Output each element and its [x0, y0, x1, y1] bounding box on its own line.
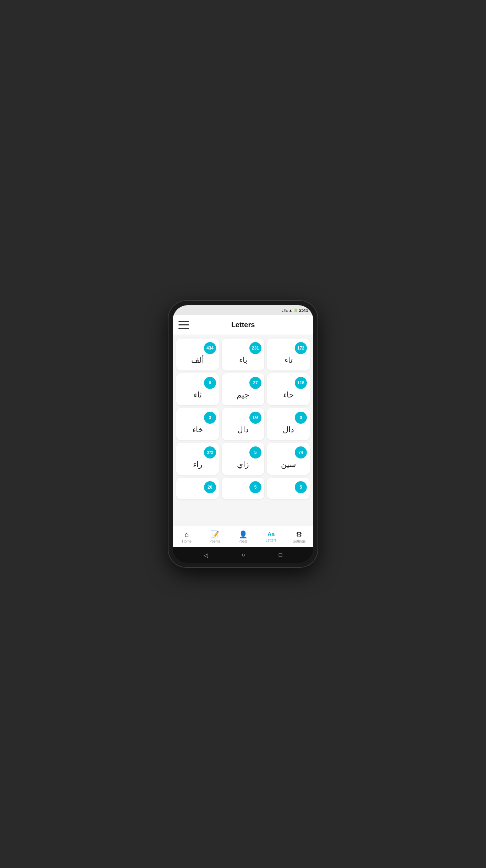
nav-label-poets: Poets: [238, 539, 248, 543]
app-screen: Letters 434 ألف 231 باء 172: [173, 315, 313, 547]
arabic-zay: زاي: [237, 460, 249, 469]
nav-label-settings: Settings: [293, 539, 305, 543]
letter-card-dal[interactable]: 186 دال: [222, 408, 264, 440]
letter-card-p2[interactable]: 5: [222, 478, 264, 499]
letter-card-kha[interactable]: 3 خاء: [176, 408, 219, 440]
letter-card-p3[interactable]: 5: [267, 478, 310, 499]
badge-zay: 5: [249, 446, 261, 458]
nav-item-home[interactable]: ⌂ Home: [173, 531, 201, 543]
badge-ta: 172: [295, 342, 307, 354]
arabic-tha: ثاء: [194, 390, 202, 400]
nav-label-home: Home: [182, 539, 192, 543]
letter-card-tha[interactable]: 0 ثاء: [176, 373, 219, 405]
nav-label-poems: Poems: [209, 539, 220, 543]
arabic-kha: خاء: [192, 425, 203, 434]
poets-icon: 👤: [239, 530, 248, 539]
poems-icon: 📝: [210, 530, 219, 539]
letters-grid: 434 ألف 231 باء 172 تاء 0 ثاء: [176, 339, 310, 499]
letters-content: 434 ألف 231 باء 172 تاء 0 ثاء: [173, 335, 313, 526]
app-bar: Letters: [173, 315, 313, 335]
arabic-jeem: جيم: [237, 390, 249, 400]
letter-card-seen[interactable]: 74 سين: [267, 443, 310, 475]
badge-kha: 3: [204, 412, 216, 424]
arabic-alef: ألف: [191, 356, 204, 365]
bottom-nav: ⌂ Home 📝 Poems 👤 Poets Aa Letters ⚙: [173, 526, 313, 547]
nav-label-letters: Letters: [266, 538, 277, 542]
recents-button[interactable]: □: [279, 552, 282, 558]
phone-inner: LTE ▲ 🔋 2:41 Letters: [173, 305, 313, 563]
home-button[interactable]: ○: [242, 552, 245, 558]
letter-card-alef[interactable]: 434 ألف: [176, 339, 219, 370]
nav-item-poets[interactable]: 👤 Poets: [229, 530, 257, 543]
arabic-ha: حاء: [283, 390, 294, 400]
letter-card-jeem[interactable]: 27 جيم: [222, 373, 264, 405]
signal-icon: ▲: [289, 308, 292, 312]
letter-card-zay[interactable]: 5 زاي: [222, 443, 264, 475]
letter-card-ta[interactable]: 172 تاء: [267, 339, 310, 370]
page-title: Letters: [189, 321, 297, 329]
badge-ha: 118: [295, 377, 307, 389]
badge-p1: 20: [204, 481, 216, 493]
arabic-ba: باء: [239, 356, 247, 365]
status-icons: LTE ▲ 🔋: [281, 308, 298, 312]
arabic-dal: دال: [237, 425, 249, 434]
nav-item-poems[interactable]: 📝 Poems: [201, 530, 229, 543]
letter-card-dhal[interactable]: 0 ذال: [267, 408, 310, 440]
battery-icon: 🔋: [293, 308, 298, 312]
status-bar: LTE ▲ 🔋 2:41: [173, 305, 313, 315]
badge-ra: 272: [204, 446, 216, 458]
badge-alef: 434: [204, 342, 216, 354]
badge-seen: 74: [295, 446, 307, 458]
nav-item-settings[interactable]: ⚙ Settings: [285, 530, 313, 543]
letter-card-ha[interactable]: 118 حاء: [267, 373, 310, 405]
phone-frame: LTE ▲ 🔋 2:41 Letters: [169, 301, 317, 567]
android-nav-bar: ◁ ○ □: [173, 547, 313, 563]
lte-icon: LTE: [281, 308, 288, 312]
menu-button[interactable]: [178, 321, 189, 329]
arabic-seen: سين: [281, 460, 296, 469]
home-icon: ⌂: [185, 531, 189, 539]
arabic-ra: راء: [193, 460, 203, 469]
arabic-ta: تاء: [285, 356, 293, 365]
badge-jeem: 27: [249, 377, 261, 389]
nav-item-letters[interactable]: Aa Letters: [257, 531, 285, 542]
badge-tha: 0: [204, 377, 216, 389]
letter-card-p1[interactable]: 20: [176, 478, 219, 499]
badge-p2: 5: [249, 481, 261, 493]
letter-card-ra[interactable]: 272 راء: [176, 443, 219, 475]
letter-card-ba[interactable]: 231 باء: [222, 339, 264, 370]
arabic-dhal: ذال: [283, 425, 294, 434]
letters-icon: Aa: [267, 531, 275, 538]
back-button[interactable]: ◁: [204, 552, 208, 559]
badge-p3: 5: [295, 481, 307, 493]
badge-dhal: 0: [295, 412, 307, 424]
status-time: 2:41: [299, 308, 308, 313]
settings-icon: ⚙: [296, 530, 302, 539]
badge-dal: 186: [249, 412, 261, 424]
badge-ba: 231: [249, 342, 261, 354]
